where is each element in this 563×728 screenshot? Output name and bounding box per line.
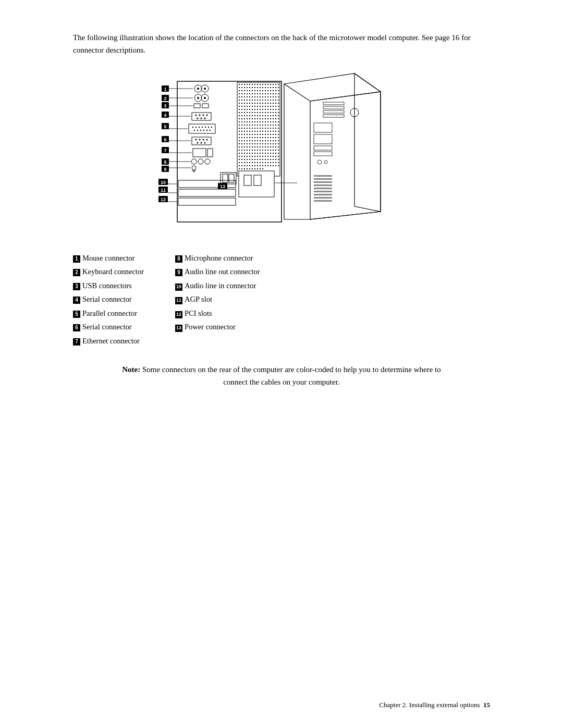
- svg-rect-127: [273, 106, 274, 107]
- svg-text:3: 3: [164, 103, 166, 108]
- svg-rect-336: [275, 146, 276, 147]
- svg-rect-228: [244, 128, 245, 129]
- svg-rect-7: [252, 84, 253, 85]
- svg-rect-234: [260, 128, 261, 129]
- svg-rect-46: [270, 90, 271, 91]
- svg-rect-208: [275, 121, 276, 122]
- svg-rect-28: [265, 87, 266, 88]
- svg-rect-27: [262, 87, 263, 88]
- svg-rect-236: [265, 128, 266, 129]
- svg-rect-541: [323, 110, 344, 113]
- svg-text:2: 2: [164, 96, 166, 101]
- svg-rect-396: [265, 159, 266, 160]
- svg-rect-147: [241, 112, 242, 113]
- svg-rect-367: [273, 153, 274, 154]
- svg-rect-26: [260, 87, 261, 88]
- svg-rect-328: [254, 146, 255, 147]
- legend-label-5: Parallel connector: [82, 307, 137, 319]
- svg-rect-418: [239, 165, 240, 166]
- svg-rect-333: [267, 146, 268, 147]
- legend-label-2: Keyboard connector: [82, 266, 144, 277]
- svg-rect-240: [275, 128, 276, 129]
- svg-rect-349: [267, 150, 268, 151]
- svg-rect-266: [260, 134, 261, 135]
- svg-rect-390: [249, 159, 250, 160]
- svg-rect-83: [241, 100, 242, 101]
- svg-rect-6: [249, 84, 250, 85]
- svg-rect-556: [314, 194, 332, 195]
- svg-rect-442: [260, 168, 261, 169]
- svg-rect-86: [249, 100, 250, 101]
- svg-rect-152: [254, 112, 255, 113]
- svg-rect-12: [265, 84, 266, 85]
- svg-point-477: [195, 139, 197, 141]
- svg-rect-105: [257, 103, 258, 104]
- svg-rect-324: [244, 146, 245, 147]
- svg-rect-163: [241, 115, 242, 116]
- svg-rect-267: [262, 134, 263, 135]
- svg-rect-178: [239, 118, 240, 119]
- svg-rect-106: [260, 103, 261, 104]
- svg-rect-70: [249, 96, 250, 97]
- svg-rect-45: [267, 90, 268, 91]
- svg-rect-295: [252, 140, 253, 141]
- svg-rect-319: [273, 143, 274, 144]
- svg-rect-151: [252, 112, 253, 113]
- svg-rect-204: [265, 121, 266, 122]
- svg-rect-51: [241, 93, 242, 94]
- computer-diagram: 1 2 3 4 5 6 7: [146, 71, 417, 238]
- svg-point-468: [205, 127, 206, 128]
- svg-rect-113: [278, 103, 279, 104]
- svg-rect-230: [249, 128, 250, 129]
- svg-rect-87: [252, 100, 253, 101]
- legend-num-1: 1: [73, 255, 80, 263]
- svg-rect-384: [275, 156, 276, 157]
- svg-rect-30: [270, 87, 271, 88]
- svg-point-475: [206, 130, 207, 131]
- svg-rect-47: [273, 90, 274, 91]
- svg-rect-275: [241, 137, 242, 138]
- svg-rect-544: [314, 123, 332, 132]
- svg-rect-356: [244, 153, 245, 154]
- svg-rect-217: [257, 125, 258, 126]
- svg-rect-369: [278, 153, 279, 154]
- svg-rect-140: [265, 109, 266, 110]
- svg-rect-422: [249, 165, 250, 166]
- svg-rect-432: [275, 165, 276, 166]
- svg-rect-339: [241, 150, 242, 151]
- svg-rect-330: [260, 146, 261, 147]
- svg-rect-372: [244, 156, 245, 157]
- svg-rect-293: [247, 140, 248, 141]
- svg-rect-11: [262, 84, 263, 85]
- svg-rect-379: [262, 156, 263, 157]
- svg-line-538: [310, 212, 381, 219]
- svg-rect-249: [257, 131, 258, 132]
- svg-rect-547: [314, 152, 332, 156]
- svg-rect-284: [265, 137, 266, 138]
- svg-rect-111: [273, 103, 274, 104]
- svg-rect-365: [267, 153, 268, 154]
- svg-rect-351: [273, 150, 274, 151]
- svg-rect-377: [257, 156, 258, 157]
- svg-rect-315: [262, 143, 263, 144]
- svg-rect-316: [265, 143, 266, 144]
- svg-rect-416: [275, 162, 276, 163]
- legend-col-right: 8 Microphone connector 9 Audio line out …: [175, 252, 260, 347]
- svg-rect-138: [260, 109, 261, 110]
- svg-rect-300: [265, 140, 266, 141]
- legend-item-1: 1 Mouse connector: [73, 252, 144, 264]
- svg-rect-411: [262, 162, 263, 163]
- svg-rect-119: [252, 106, 253, 107]
- svg-rect-198: [249, 121, 250, 122]
- svg-point-454: [204, 97, 206, 99]
- svg-rect-326: [249, 146, 250, 147]
- svg-rect-260: [244, 134, 245, 135]
- svg-rect-270: [270, 134, 271, 135]
- svg-rect-435: [241, 168, 242, 169]
- svg-rect-441: [257, 168, 258, 169]
- svg-rect-39: [252, 90, 253, 91]
- svg-rect-438: [249, 168, 250, 169]
- svg-rect-357: [247, 153, 248, 154]
- svg-rect-334: [270, 146, 271, 147]
- svg-rect-15: [273, 84, 274, 85]
